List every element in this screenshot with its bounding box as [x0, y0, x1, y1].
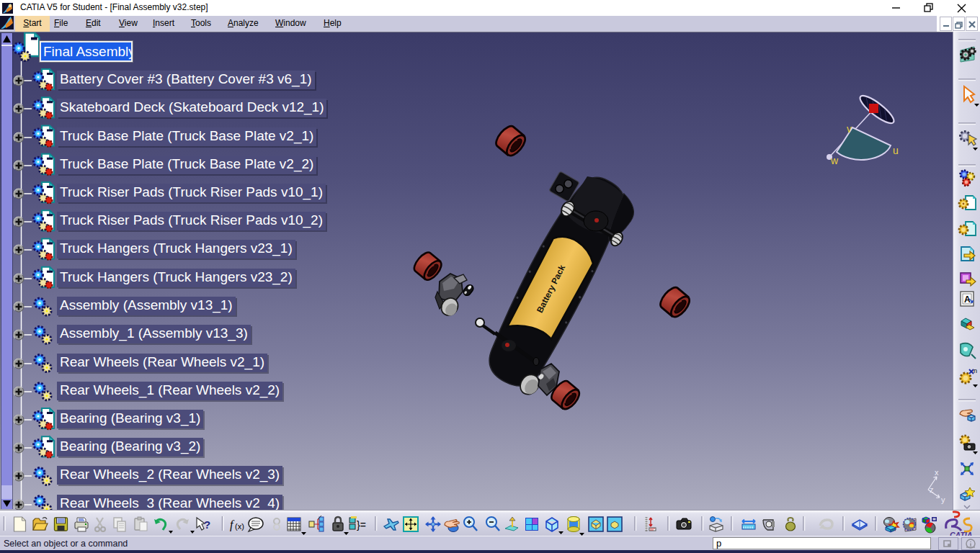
svg-text:n: n: [974, 367, 977, 374]
svg-text:z: z: [930, 485, 934, 494]
svg-text:}=: }=: [357, 519, 366, 531]
svg-text:y: y: [941, 495, 945, 504]
svg-text:?: ?: [204, 518, 210, 531]
svg-text:v: v: [847, 123, 852, 135]
svg-text:x: x: [935, 468, 939, 477]
svg-text:f: f: [230, 518, 235, 531]
svg-text:(x): (x): [235, 522, 244, 531]
svg-text:w: w: [830, 155, 839, 166]
svg-text:u: u: [893, 145, 899, 156]
